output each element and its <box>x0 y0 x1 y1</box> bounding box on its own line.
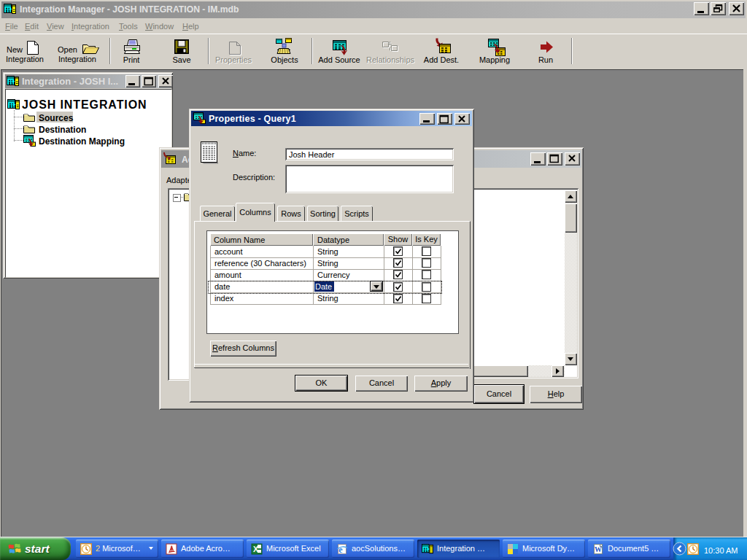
svg-text:W: W <box>595 545 602 553</box>
svg-text:e: e <box>338 545 343 555</box>
svg-text:X: X <box>253 545 259 553</box>
